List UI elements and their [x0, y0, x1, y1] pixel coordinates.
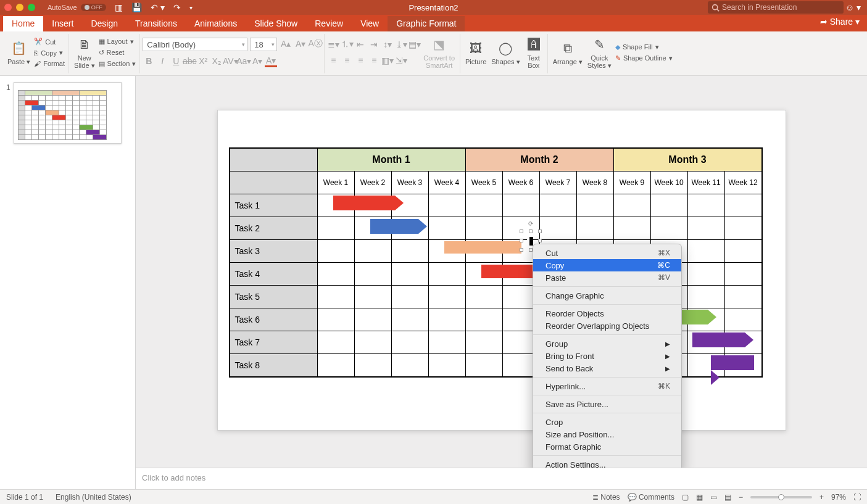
underline-button[interactable]: U	[170, 55, 182, 67]
italic-button[interactable]: I	[156, 55, 168, 67]
cut-button[interactable]: ✂️Cut	[33, 37, 66, 46]
language-status[interactable]: English (United States)	[56, 493, 131, 502]
picture-button[interactable]: 🖼Picture	[463, 34, 489, 71]
increase-indent-button[interactable]: ⇥	[368, 38, 380, 51]
notes-toggle[interactable]: ≣ Notes	[592, 493, 620, 502]
task-bar-2[interactable]	[370, 219, 427, 234]
convert-smartart-button[interactable]: ⬔ Convert toSmartArt	[421, 34, 457, 71]
distribute-button[interactable]: ⇲▾	[395, 54, 407, 67]
change-case-button[interactable]: Aa▾	[238, 55, 250, 67]
search-input[interactable]: Search in Presentation	[708, 1, 844, 14]
task-bar-3[interactable]	[444, 241, 521, 254]
clear-format-button[interactable]: Aⓧ	[309, 38, 321, 50]
fit-to-window-button[interactable]: ⛶	[853, 493, 861, 502]
new-slide-button[interactable]: 🗎 NewSlide ▾	[72, 34, 97, 71]
notes-pane[interactable]: Click to add notes	[136, 468, 867, 489]
share-button[interactable]: ➦ Share ▾	[820, 17, 860, 27]
decrease-indent-button[interactable]: ⇤	[354, 38, 367, 51]
align-right-button[interactable]: ≡	[354, 54, 367, 67]
paste-button[interactable]: 📋 Paste ▾	[5, 34, 33, 71]
slide-thumbnail-1[interactable]: 1	[6, 82, 135, 144]
highlight-button[interactable]: A▾	[251, 55, 263, 67]
menu-bring-to-front[interactable]: Bring to Front▶	[533, 350, 681, 362]
superscript-button[interactable]: X²	[197, 55, 209, 67]
arrange-button[interactable]: ⧉Arrange ▾	[550, 34, 585, 71]
zoom-slider[interactable]	[750, 496, 812, 498]
menu-format-graphic[interactable]: Format Graphic	[533, 440, 681, 453]
char-spacing-button[interactable]: AV▾	[224, 55, 236, 67]
close-window-button[interactable]	[4, 4, 12, 11]
bullets-button[interactable]: ≣▾	[327, 38, 339, 51]
menu-copy[interactable]: Copy⌘C	[533, 259, 681, 271]
menu-send-to-back[interactable]: Send to Back▶	[533, 362, 681, 374]
qat-redo-icon[interactable]: ↷	[173, 2, 181, 12]
task-bar-7[interactable]	[692, 333, 753, 347]
justify-button[interactable]: ≡	[368, 54, 380, 67]
columns-button[interactable]: ▥▾	[381, 54, 394, 67]
tab-design[interactable]: Design	[82, 16, 127, 31]
comments-toggle[interactable]: 💬 Comments	[628, 493, 674, 502]
qat-customize-icon[interactable]: ▾	[189, 4, 193, 11]
menu-hyperlink[interactable]: Hyperlink...⌘K	[533, 380, 681, 392]
rotate-handle-icon[interactable]: ⟳	[528, 220, 533, 227]
zoom-level[interactable]: 97%	[831, 493, 846, 502]
task-bar-1[interactable]	[333, 196, 404, 210]
format-painter-button[interactable]: 🖌Format	[33, 59, 66, 68]
slide-canvas[interactable]: Month 1 Month 2 Month 3 Week 1 Week 2 We…	[136, 76, 867, 489]
slide-counter[interactable]: Slide 1 of 1	[6, 493, 43, 502]
menu-reorder-objects[interactable]: Reorder Objects	[533, 307, 681, 320]
font-size-combo[interactable]: 18	[250, 38, 277, 51]
increase-font-button[interactable]: A▴	[280, 38, 292, 50]
menu-paste[interactable]: Paste⌘V	[533, 271, 681, 284]
text-direction-button[interactable]: ⤓▾	[395, 38, 407, 51]
textbox-button[interactable]: 🅰TextBox	[523, 34, 545, 71]
menu-crop[interactable]: Crop	[533, 416, 681, 428]
tab-graphic-format[interactable]: Graphic Format	[388, 16, 465, 31]
align-left-button[interactable]: ≡	[327, 54, 339, 67]
copy-button[interactable]: ⎘Copy ▾	[33, 48, 66, 57]
maximize-window-button[interactable]	[28, 4, 35, 11]
task-bar-4[interactable]	[481, 265, 537, 278]
quick-styles-button[interactable]: ✎QuickStyles ▾	[585, 34, 614, 71]
tab-insert[interactable]: Insert	[43, 16, 82, 31]
tab-slideshow[interactable]: Slide Show	[246, 16, 306, 31]
decrease-font-button[interactable]: A▾	[294, 38, 307, 50]
menu-reorder-overlapping[interactable]: Reorder Overlapping Objects	[533, 320, 681, 332]
account-button[interactable]: ☺ ▾	[845, 2, 861, 12]
shape-outline-button[interactable]: ✎Shape Outline ▾	[614, 54, 674, 63]
zoom-out-button[interactable]: −	[739, 493, 743, 502]
section-button[interactable]: ▤Section ▾	[97, 59, 138, 68]
slide[interactable]: Month 1 Month 2 Month 3 Week 1 Week 2 We…	[217, 110, 786, 431]
line-spacing-button[interactable]: ↕▾	[381, 38, 394, 51]
autosave-toggle[interactable]: OFF	[81, 4, 106, 11]
qat-save-icon[interactable]: 💾	[131, 2, 142, 12]
minimize-window-button[interactable]	[16, 4, 23, 11]
view-normal-button[interactable]: ▢	[682, 493, 689, 502]
view-sorter-button[interactable]: ▦	[696, 493, 703, 502]
reset-button[interactable]: ↺Reset	[97, 48, 138, 57]
qat-undo-icon[interactable]: ↶ ▾	[151, 2, 165, 12]
align-center-button[interactable]: ≡	[341, 54, 353, 67]
menu-save-as-picture[interactable]: Save as Picture...	[533, 398, 681, 410]
view-slideshow-button[interactable]: ▤	[724, 493, 731, 502]
tab-view[interactable]: View	[352, 16, 388, 31]
strikethrough-button[interactable]: abc	[183, 55, 196, 67]
subscript-button[interactable]: X₂	[210, 55, 223, 67]
qat-fileview-icon[interactable]: ▥	[115, 2, 123, 12]
shape-fill-button[interactable]: ◆Shape Fill ▾	[614, 43, 674, 52]
layout-button[interactable]: ▦Layout ▾	[97, 37, 138, 46]
tab-transitions[interactable]: Transitions	[127, 16, 186, 31]
tab-review[interactable]: Review	[306, 16, 352, 31]
menu-size-position[interactable]: Size and Position...	[533, 428, 681, 440]
font-combo[interactable]: Calibri (Body)	[143, 38, 247, 51]
shapes-button[interactable]: ◯Shapes ▾	[489, 34, 522, 71]
menu-group[interactable]: Group▶	[533, 337, 681, 350]
task-bar-8[interactable]	[711, 355, 762, 370]
tab-home[interactable]: Home	[3, 16, 43, 31]
bold-button[interactable]: B	[143, 55, 155, 67]
gantt-chart[interactable]: Month 1 Month 2 Month 3 Week 1 Week 2 We…	[229, 147, 763, 378]
menu-change-graphic[interactable]: Change Graphic	[533, 289, 681, 302]
view-reading-button[interactable]: ▭	[710, 493, 717, 502]
font-color-button[interactable]: A▾	[265, 55, 277, 67]
tab-animations[interactable]: Animations	[186, 16, 246, 31]
